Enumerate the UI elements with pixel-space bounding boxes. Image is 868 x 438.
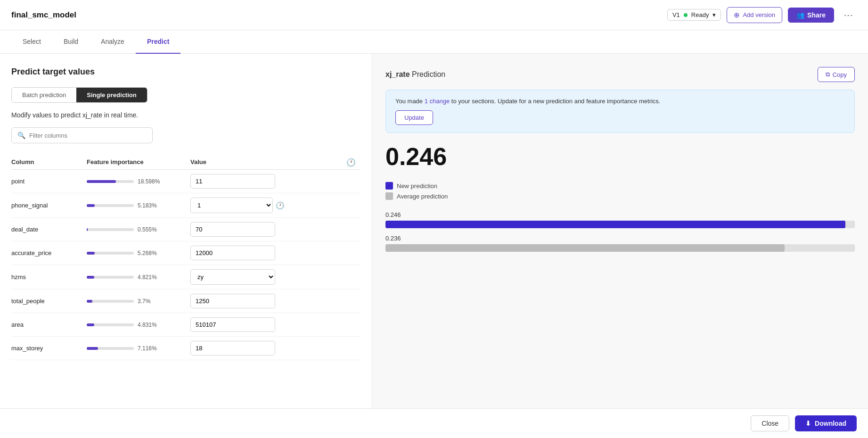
feature-pct: 5.268% [138,250,160,256]
plus-circle-icon: ⊕ [734,11,740,19]
update-button[interactable]: Update [395,110,433,125]
version-label: V1 [672,11,680,18]
table-row: deal_date 0.555% [11,218,360,241]
feature-pct: 7.116% [138,345,160,352]
col-header-importance: Feature importance [87,158,190,165]
search-icon: 🔍 [17,132,25,139]
prediction-header: xj_rate Prediction ⧉ Copy [385,67,855,82]
table-row: point 18.598% [11,170,360,193]
update-alert: You made 1 change to your sections. Upda… [385,90,855,133]
version-badge[interactable]: V1 Ready ▾ [667,9,721,21]
table-row: hzms 4.821% zyother [11,265,360,289]
row-column-name: accurate_price [11,249,87,256]
prediction-mode-toggle: Batch prediction Single prediction [11,87,147,103]
batch-prediction-tab[interactable]: Batch prediction [12,88,76,102]
feature-bar-fill [87,252,95,255]
table-row: max_storey 7.116% [11,337,360,360]
bar-track [385,244,855,252]
feature-importance-cell: 4.831% [87,322,190,328]
header-actions: V1 Ready ▾ ⊕ Add version 👥 Share ⋯ [667,7,857,23]
feature-bar-fill [87,276,94,279]
row-column-name: point [11,178,87,185]
feature-importance-cell: 5.183% [87,202,190,209]
avg-prediction-label: Average prediction [397,193,448,200]
tab-select[interactable]: Select [11,30,52,54]
value-select-hzms[interactable]: zyother [190,269,275,285]
table-header: Column Feature importance Value 🕐 [11,155,360,170]
value-input-total-people[interactable] [190,294,275,308]
feature-importance-cell: 7.116% [87,345,190,352]
nav-tabs: Select Build Analyze Predict [0,30,868,54]
tab-analyze[interactable]: Analyze [90,30,136,54]
new-prediction-label: New prediction [397,182,437,190]
more-options-button[interactable]: ⋯ [840,8,857,23]
row-column-name: deal_date [11,226,87,233]
feature-pct: 5.183% [138,202,160,209]
history-icon-header[interactable]: 🕐 [346,157,356,166]
bar-avg-prediction: 0.236 [385,235,855,252]
change-count-link[interactable]: 1 change [425,98,450,105]
feature-pct: 0.555% [138,226,160,233]
value-input-max-storey[interactable] [190,341,275,355]
feature-importance-cell: 0.555% [87,226,190,233]
feature-bar-bg [87,252,134,255]
feature-bar-fill [87,347,98,350]
table-row: total_people 3.7% [11,289,360,313]
more-icon: ⋯ [843,10,853,20]
close-button[interactable]: Close [751,415,789,431]
value-input-area[interactable] [190,317,275,332]
tab-predict[interactable]: Predict [136,30,180,54]
download-button[interactable]: ⬇ Download [795,415,857,431]
row-column-name: total_people [11,298,87,305]
feature-importance-cell: 5.268% [87,250,190,256]
value-input-point[interactable] [190,174,275,189]
feature-importance-cell: 4.821% [87,274,190,281]
prediction-title: xj_rate Prediction [385,70,445,79]
col-header-value: Value [190,158,285,165]
main-content: Predict target values Batch prediction S… [0,54,868,438]
feature-bar-fill [87,180,116,183]
download-icon: ⬇ [805,420,811,427]
app-title: final_smc_model [11,10,76,20]
bar-fill-new [385,221,845,228]
row-column-name: phone_signal [11,202,87,209]
tab-build[interactable]: Build [52,30,90,54]
table-row: phone_signal 5.183% 12345 🕐 [11,193,360,218]
value-input-accurate-price[interactable] [190,246,275,260]
add-version-button[interactable]: ⊕ Add version [727,7,782,23]
value-input-deal-date[interactable] [190,222,275,237]
bar-fill-avg [385,244,785,252]
avg-prediction-swatch [385,192,393,200]
search-input[interactable] [29,132,147,139]
single-prediction-tab[interactable]: Single prediction [76,88,147,102]
copy-icon: ⧉ [826,71,830,78]
table-row: area 4.831% [11,313,360,337]
row-column-name: area [11,321,87,328]
prediction-target: xj_rate [385,70,410,78]
bar-new-prediction: 0.246 [385,211,855,228]
legend-item-avg: Average prediction [385,192,855,200]
feature-bar-bg [87,276,134,279]
status-label: Ready [691,11,709,18]
copy-button[interactable]: ⧉ Copy [818,67,855,82]
feature-pct: 3.7% [138,298,160,305]
page-title: Predict target values [11,67,360,77]
table-row: accurate_price 5.268% [11,241,360,265]
feature-importance-cell: 3.7% [87,298,190,305]
legend: New prediction Average prediction [385,182,855,200]
feature-bar-bg [87,228,134,231]
app-header: final_smc_model V1 Ready ▾ ⊕ Add version… [0,0,868,30]
feature-pct: 4.831% [138,322,160,328]
left-panel: Predict target values Batch prediction S… [0,54,372,438]
share-icon: 👥 [796,11,804,19]
feature-bar-fill [87,300,92,303]
bar-value-label: 0.246 [385,211,855,218]
filter-search-box[interactable]: 🔍 [11,127,153,143]
row-column-name: hzms [11,273,87,281]
share-button[interactable]: 👥 Share [788,8,834,23]
right-panel: xj_rate Prediction ⧉ Copy You made 1 cha… [372,54,868,438]
value-select-phone-signal[interactable]: 12345 [190,198,273,213]
history-icon-row[interactable]: 🕐 [276,201,285,210]
feature-pct: 18.598% [138,178,160,185]
feature-bar-fill [87,204,95,207]
